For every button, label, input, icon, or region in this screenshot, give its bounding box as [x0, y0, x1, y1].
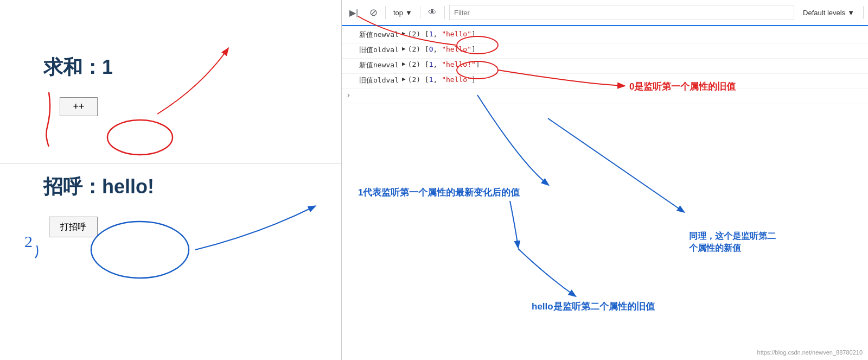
row3-num: 1: [429, 60, 433, 68]
row1-bracket-close: ]: [471, 30, 476, 38]
filter-input[interactable]: [449, 5, 794, 20]
row3-comma: ,: [433, 60, 438, 68]
console-row-3: 新值newval ▶ (2) [ 1 , "hello!" ]: [342, 59, 868, 74]
devtools-toolbar: ▶| ⊘ top ▼ 👁 Default levels ▼: [342, 0, 868, 26]
row2-str: "hello": [437, 45, 471, 53]
eye-icon: 👁: [428, 8, 437, 17]
sum-title: 求和：1: [43, 54, 113, 81]
row3-bracket-close: ]: [476, 60, 480, 68]
block-button[interactable]: ⊘: [366, 5, 381, 20]
row2-num: 0: [429, 45, 433, 53]
default-levels-label: Default levels: [803, 9, 845, 17]
default-levels-button[interactable]: Default levels ▼: [799, 7, 859, 19]
row3-label: 新值newval: [359, 60, 399, 70]
toolbar-divider-3: [444, 6, 445, 19]
play-icon: ▶|: [349, 8, 358, 18]
sum-section: 求和：1 ++: [43, 54, 113, 116]
console-row-expand: ›: [342, 89, 868, 104]
svg-point-0: [107, 120, 173, 155]
row4-bracket-open: [: [420, 75, 429, 84]
toolbar-divider-4: [863, 6, 864, 19]
row2-bracket-open: [: [420, 45, 429, 53]
row1-str: "hello": [437, 30, 471, 38]
row4-comma: ,: [433, 75, 438, 84]
row1-num: 1: [429, 30, 433, 38]
greet-button[interactable]: 打招呼: [49, 217, 98, 237]
row2-expand[interactable]: ▶: [402, 45, 406, 52]
row4-count: (2): [408, 75, 420, 84]
row4-expand[interactable]: ▶: [402, 75, 406, 83]
row3-count: (2): [408, 60, 420, 68]
expand-chevron[interactable]: ›: [346, 91, 350, 99]
row4-num: 1: [429, 75, 433, 84]
increment-button[interactable]: ++: [60, 97, 98, 116]
url-text: https://blog.csdn.net/newven_88780210: [757, 349, 863, 356]
svg-text:2: 2: [24, 232, 33, 250]
row1-comma: ,: [433, 30, 438, 38]
row4-bracket-close: ]: [471, 75, 476, 84]
row3-bracket-open: [: [420, 60, 429, 68]
context-selector[interactable]: top ▼: [390, 7, 416, 19]
chevron-down-icon: ▼: [405, 9, 412, 17]
default-levels-chevron: ▼: [847, 9, 854, 17]
console-row-1: 新值newval ▶ (2) [ 1 , "hello" ]: [342, 28, 868, 43]
console-row-4: 旧值oldval ▶ (2) [ 1 , "hello" ]: [342, 74, 868, 89]
row1-expand[interactable]: ▶: [402, 30, 406, 37]
row1-bracket-open: [: [420, 30, 429, 38]
context-label: top: [393, 9, 403, 17]
row4-label: 旧值oldval: [359, 75, 399, 85]
greet-title: 招呼：hello!: [43, 174, 154, 200]
row2-comma: ,: [433, 45, 438, 53]
greet-section: 招呼：hello! 打招呼: [43, 174, 154, 237]
console-row-2: 旧值oldval ▶ (2) [ 0 , "hello" ]: [342, 43, 868, 59]
toolbar-divider-2: [420, 6, 420, 19]
row1-count: (2): [408, 30, 420, 38]
row3-expand[interactable]: ▶: [402, 60, 406, 67]
row2-label: 旧值oldval: [359, 45, 399, 55]
horizontal-divider: [0, 163, 342, 163]
right-panel: ▶| ⊘ top ▼ 👁 Default levels ▼ 新值newval ▶…: [342, 0, 868, 360]
block-icon: ⊘: [369, 7, 378, 18]
play-pause-button[interactable]: ▶|: [346, 5, 361, 20]
console-output: 新值newval ▶ (2) [ 1 , "hello" ] 旧值oldval …: [342, 26, 868, 360]
row2-bracket-close: ]: [471, 45, 476, 53]
eye-button[interactable]: 👁: [425, 5, 440, 20]
row2-count: (2): [408, 45, 420, 53]
row1-label: 新值newval: [359, 30, 399, 40]
toolbar-divider: [385, 6, 386, 19]
row4-str: "hello": [437, 75, 471, 84]
row3-str: "hello!": [437, 60, 475, 68]
left-panel: 求和：1 ++ 招呼：hello! 打招呼 2: [0, 0, 342, 360]
